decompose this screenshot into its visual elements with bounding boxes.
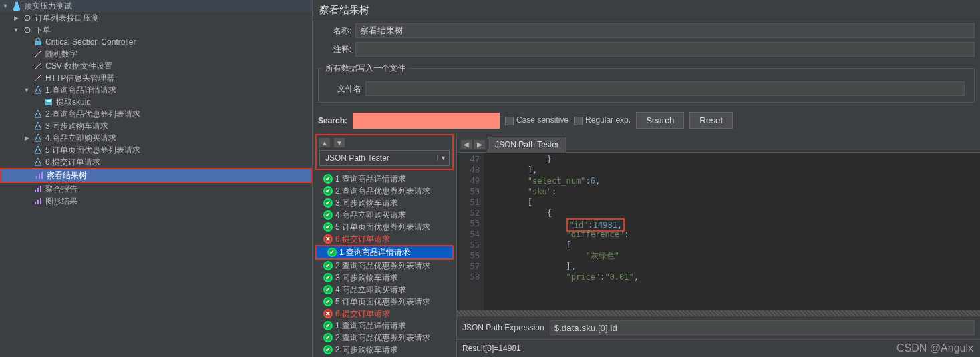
sample-results-column: ▲ ▼ JSON Path Tester ▼ ✔1.查询商品详情请求✔2.查询商… (313, 134, 457, 357)
write-file-fieldset: 所有数据写入一个文件 文件名 (318, 63, 975, 103)
success-icon: ✔ (323, 261, 333, 270)
result-item-label: 6.提交订单请求 (335, 234, 390, 245)
tab-scroll-left[interactable]: ◀ (461, 140, 472, 149)
success-icon: ✔ (323, 333, 333, 342)
name-input[interactable] (355, 23, 975, 38)
result-item-label: 5.订单页面优惠券列表请求 (335, 296, 430, 308)
fieldset-legend: 所有数据写入一个文件 (323, 63, 408, 74)
tree-item[interactable]: ▼下单 (0, 24, 312, 36)
note-icon (43, 97, 54, 107)
sample-result-item[interactable]: ✔4.商品立即购买请求 (313, 284, 456, 296)
drop-icon (33, 157, 43, 167)
tree-item-label: 4.商品立即购买请求 (45, 133, 116, 144)
filename-input[interactable] (365, 81, 965, 96)
tree-item[interactable]: 随机数字 (0, 48, 312, 60)
tree-item[interactable]: 5.订单页面优惠券列表请求 (0, 144, 312, 156)
tree-toggle-icon[interactable]: ▼ (1, 3, 9, 9)
tree-item-label: 聚合报告 (45, 184, 77, 195)
result-item-label: 3.同步购物车请求 (335, 344, 398, 356)
tree-item-label: 察看结果树 (47, 170, 87, 182)
tree-item[interactable]: 图形结果 (0, 195, 312, 207)
sample-result-item[interactable]: ✔1.查询商品详情请求 (313, 320, 456, 332)
tree-item[interactable]: Critical Section Controller (0, 36, 312, 48)
filename-label: 文件名 (328, 83, 361, 95)
tree-item[interactable]: HTTP信息头管理器 (0, 72, 312, 84)
tree-item-label: 6.提交订单请求 (45, 157, 100, 168)
tree-item-label: 下单 (35, 25, 51, 36)
tree-toggle-icon[interactable]: ▼ (12, 27, 20, 33)
tree-item[interactable]: ▼顶实压力测试 (0, 0, 312, 12)
tree-item[interactable]: 6.提交订单请求 (0, 156, 312, 168)
tree-item-label: HTTP信息头管理器 (45, 73, 114, 84)
success-icon: ✔ (323, 174, 333, 184)
wand-icon (33, 73, 43, 83)
comment-input[interactable] (355, 42, 975, 57)
renderer-combo[interactable]: JSON Path Tester ▼ (319, 150, 450, 166)
svg-point-0 (25, 15, 30, 21)
sample-result-item[interactable]: ✔4.商品立即购买请求 (313, 209, 456, 221)
svg-line-7 (35, 63, 41, 69)
tree-toggle-icon[interactable]: ▶ (23, 135, 31, 141)
tree-item[interactable]: 察看结果树 (1, 169, 311, 182)
svg-rect-4 (35, 41, 41, 45)
json-path-label: JSON Path Expression (462, 323, 544, 332)
sample-result-item[interactable]: ✔2.查询商品优惠券列表请求 (313, 260, 456, 272)
result-item-label: 4.商品立即购买请求 (335, 284, 406, 296)
tree-item[interactable]: 2.查询商品优惠券列表请求 (0, 108, 312, 120)
tree-item[interactable]: ▶4.商品立即购买请求 (0, 132, 312, 144)
case-sensitive-checkbox[interactable]: Case sensitive (505, 115, 568, 125)
drop-icon (33, 109, 43, 119)
tree-item-label: Critical Section Controller (45, 37, 136, 47)
search-button[interactable]: Search (636, 112, 684, 129)
result-item-label: 1.查询商品详情请求 (335, 173, 406, 185)
sample-result-item[interactable]: ✔3.同步购物车请求 (313, 272, 456, 284)
horizontal-scrollbar[interactable] (457, 310, 980, 316)
sample-result-item[interactable]: ✔2.查询商品优惠券列表请求 (313, 332, 456, 344)
result-item-label: 2.查询商品优惠券列表请求 (335, 332, 430, 344)
search-label: Search: (318, 116, 347, 125)
error-icon: ✖ (323, 309, 333, 318)
tree-item[interactable]: 聚合报告 (0, 183, 312, 195)
sample-result-item[interactable]: ✖6.提交订单请求 (313, 308, 456, 320)
tree-item[interactable]: ▶订单列表接口压测 (0, 12, 312, 24)
tree-item[interactable]: 3.同步购物车请求 (0, 120, 312, 132)
sample-result-list[interactable]: ✔1.查询商品详情请求✔2.查询商品优惠券列表请求✔3.同步购物车请求✔4.商品… (313, 173, 456, 357)
svg-rect-24 (37, 188, 39, 192)
regex-checkbox[interactable]: Regular exp. (574, 115, 631, 125)
tree-toggle-icon[interactable]: ▶ (12, 15, 20, 21)
tree-toggle-icon[interactable]: ▼ (23, 87, 31, 93)
result-item-label: 1.查询商品详情请求 (339, 247, 410, 258)
success-icon: ✔ (323, 345, 333, 354)
result-item-label: 1.查询商品详情请求 (335, 320, 406, 332)
response-code-viewer[interactable]: 474849505152535455565758 } ], "select_nu… (457, 152, 980, 310)
error-icon: ✖ (323, 234, 333, 244)
svg-rect-21 (39, 174, 40, 179)
sample-result-item[interactable]: ✔1.查询商品详情请求 (317, 246, 452, 258)
sample-result-item[interactable]: ✔2.查询商品优惠券列表请求 (313, 185, 456, 197)
comment-label: 注释: (318, 44, 351, 55)
tab-json-path-tester[interactable]: JSON Path Tester (488, 137, 566, 152)
svg-rect-22 (41, 172, 43, 179)
result-item-label: 4.商品立即购买请求 (335, 210, 406, 221)
tree-item-label: 图形结果 (45, 196, 77, 207)
search-input[interactable] (353, 113, 500, 129)
sample-result-item[interactable]: ✔5.订单页面优惠券列表请求 (313, 296, 456, 308)
sample-result-item[interactable]: ✔3.同步购物车请求 (313, 344, 456, 356)
collapse-up-button[interactable]: ▲ (319, 138, 330, 147)
search-bar: Search: Case sensitive Regular exp. Sear… (313, 107, 980, 134)
collapse-down-button[interactable]: ▼ (334, 138, 345, 147)
tree-item[interactable]: 提取skuid (0, 96, 312, 108)
svg-rect-20 (36, 176, 37, 179)
tree-item[interactable]: ▼1.查询商品详情请求 (0, 84, 312, 96)
sample-result-item[interactable]: ✔5.订单页面优惠券列表请求 (313, 221, 456, 233)
wand-icon (33, 61, 43, 71)
json-path-input[interactable] (550, 320, 975, 335)
sample-result-item[interactable]: ✔1.查询商品详情请求 (313, 173, 456, 185)
tab-scroll-right[interactable]: ▶ (474, 140, 485, 149)
result-item-label: 3.同步购物车请求 (335, 198, 398, 209)
sample-result-item[interactable]: ✖6.提交订单请求 (313, 233, 456, 245)
tree-item[interactable]: CSV 数据文件设置 (0, 60, 312, 72)
sample-result-item[interactable]: ✔3.同步购物车请求 (313, 197, 456, 209)
result-item-label: 2.查询商品优惠券列表请求 (335, 260, 430, 272)
reset-button[interactable]: Reset (689, 112, 733, 129)
